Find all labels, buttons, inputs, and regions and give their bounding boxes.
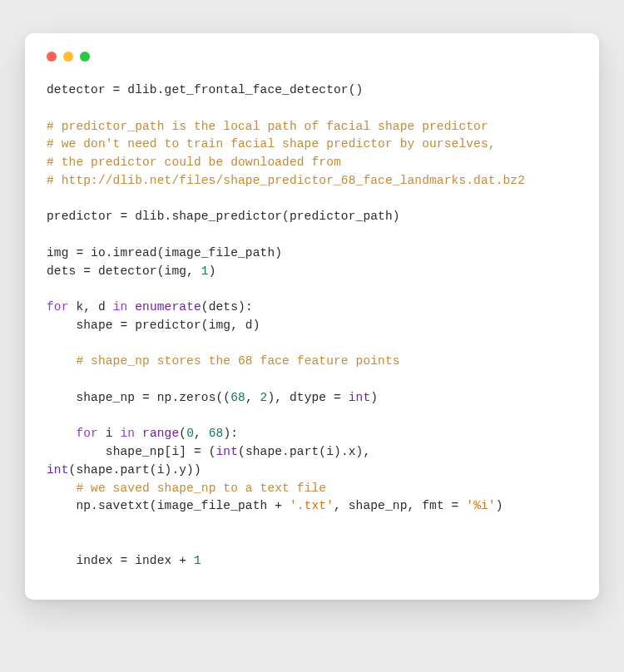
- code-line: for i in range(0, 68):: [47, 427, 238, 440]
- code-line: detector = dlib.get_frontal_face_detecto…: [47, 83, 363, 96]
- code-line: shape_np = np.zeros((68, 2), dtype = int…: [47, 391, 378, 404]
- code-comment: # shape_np stores the 68 face feature po…: [47, 354, 400, 368]
- window-controls: [47, 52, 577, 62]
- code-line: shape_np[i] = (int(shape.part(i).x), int…: [47, 445, 577, 477]
- code-window: detector = dlib.get_frontal_face_detecto…: [25, 33, 599, 600]
- code-line: for k, d in enumerate(dets):: [47, 300, 253, 314]
- code-comment: # we don't need to train facial shape pr…: [47, 137, 496, 151]
- code-line: img = io.imread(image_file_path): [47, 246, 282, 259]
- code-comment: # the predictor could be downloaded from: [47, 156, 341, 169]
- code-line: predictor = dlib.shape_predictor(predict…: [47, 210, 400, 223]
- code-line: shape = predictor(img, d): [47, 319, 260, 332]
- code-comment: # predictor_path is the local path of fa…: [47, 120, 488, 133]
- maximize-icon[interactable]: [80, 52, 90, 62]
- code-comment: # we saved shape_np to a text file: [47, 482, 326, 495]
- code-line: index = index + 1: [47, 554, 201, 567]
- code-line: dets = detector(img, 1): [47, 264, 216, 278]
- close-icon[interactable]: [47, 52, 57, 62]
- code-line: np.savetxt(image_file_path + '.txt', sha…: [47, 499, 503, 512]
- code-comment: # http://dlib.net/files/shape_predictor_…: [47, 174, 525, 187]
- minimize-icon[interactable]: [63, 52, 73, 62]
- code-block: detector = dlib.get_frontal_face_detecto…: [47, 82, 577, 570]
